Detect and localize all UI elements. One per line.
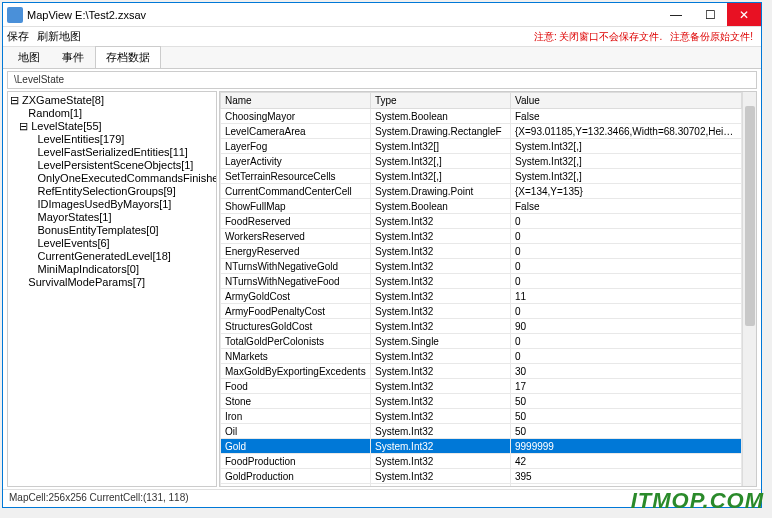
cell[interactable]: System.Int32: [371, 379, 511, 394]
cell[interactable]: System.Drawing.Point: [371, 184, 511, 199]
table-row[interactable]: WorkersReservedSystem.Int320: [221, 229, 742, 244]
tree-node[interactable]: LevelFastSerializedEntities[11]: [10, 146, 214, 159]
scrollbar-thumb[interactable]: [745, 106, 755, 326]
cell[interactable]: Oil: [221, 424, 371, 439]
cell[interactable]: System.Int32: [371, 364, 511, 379]
cell[interactable]: 90: [511, 319, 742, 334]
cell[interactable]: ArmyFoodPenaltyCost: [221, 304, 371, 319]
scrollbar-vertical[interactable]: [742, 92, 756, 486]
table-row[interactable]: SetTerrainResourceCellsSystem.Int32[,]Sy…: [221, 169, 742, 184]
table-row[interactable]: IronProductionSystem.Int320: [221, 484, 742, 487]
table-row[interactable]: NTurnsWithNegativeFoodSystem.Int320: [221, 274, 742, 289]
maximize-button[interactable]: ☐: [693, 3, 727, 26]
tree-node[interactable]: LevelEntities[179]: [10, 133, 214, 146]
grid-body[interactable]: Name Type Value ChoosingMayorSystem.Bool…: [220, 92, 742, 486]
cell[interactable]: Food: [221, 379, 371, 394]
table-row[interactable]: ArmyFoodPenaltyCostSystem.Int320: [221, 304, 742, 319]
cell[interactable]: LayerActivity: [221, 154, 371, 169]
cell[interactable]: {X=134,Y=135}: [511, 184, 742, 199]
cell[interactable]: ArmyGoldCost: [221, 289, 371, 304]
tree-node[interactable]: IDImagesUsedByMayors[1]: [10, 198, 214, 211]
cell[interactable]: 11: [511, 289, 742, 304]
cell[interactable]: System.Int32[,]: [511, 169, 742, 184]
cell[interactable]: System.Boolean: [371, 109, 511, 124]
close-button[interactable]: ✕: [727, 3, 761, 26]
table-row[interactable]: FoodReservedSystem.Int320: [221, 214, 742, 229]
cell[interactable]: LayerFog: [221, 139, 371, 154]
tree-node[interactable]: SurvivalModeParams[7]: [10, 276, 214, 289]
tree-node[interactable]: ⊟ LevelState[55]: [10, 120, 214, 133]
tree-node[interactable]: RefEntitySelectionGroups[9]: [10, 185, 214, 198]
cell[interactable]: System.Int32: [371, 394, 511, 409]
cell[interactable]: System.Single: [371, 334, 511, 349]
cell[interactable]: System.Int32[,]: [511, 139, 742, 154]
cell[interactable]: 50: [511, 424, 742, 439]
table-row[interactable]: GoldSystem.Int329999999: [221, 439, 742, 454]
cell[interactable]: StructuresGoldCost: [221, 319, 371, 334]
tree-node[interactable]: OnlyOneExecutedCommandsFinished[2]: [10, 172, 214, 185]
cell[interactable]: System.Drawing.RectangleF: [371, 124, 511, 139]
cell[interactable]: System.Int32: [371, 424, 511, 439]
cell[interactable]: 42: [511, 454, 742, 469]
cell[interactable]: IronProduction: [221, 484, 371, 487]
table-row[interactable]: EnergyReservedSystem.Int320: [221, 244, 742, 259]
table-row[interactable]: LayerActivitySystem.Int32[,]System.Int32…: [221, 154, 742, 169]
cell[interactable]: SetTerrainResourceCells: [221, 169, 371, 184]
cell[interactable]: System.Int32[,]: [371, 154, 511, 169]
cell[interactable]: GoldProduction: [221, 469, 371, 484]
tab-map[interactable]: 地图: [7, 46, 51, 68]
table-row[interactable]: StructuresGoldCostSystem.Int3290: [221, 319, 742, 334]
table-row[interactable]: StoneSystem.Int3250: [221, 394, 742, 409]
tree-node[interactable]: Random[1]: [10, 107, 214, 120]
cell[interactable]: 0: [511, 484, 742, 487]
cell[interactable]: 0: [511, 349, 742, 364]
cell[interactable]: System.Int32: [371, 274, 511, 289]
cell[interactable]: System.Int32: [371, 454, 511, 469]
table-row[interactable]: IronSystem.Int3250: [221, 409, 742, 424]
cell[interactable]: MaxGoldByExportingExcedents: [221, 364, 371, 379]
cell[interactable]: Iron: [221, 409, 371, 424]
cell[interactable]: NTurnsWithNegativeGold: [221, 259, 371, 274]
cell[interactable]: 0: [511, 229, 742, 244]
cell[interactable]: ShowFullMap: [221, 199, 371, 214]
tree-node[interactable]: BonusEntityTemplates[0]: [10, 224, 214, 237]
cell[interactable]: 50: [511, 394, 742, 409]
cell[interactable]: System.Int32[,]: [511, 154, 742, 169]
cell[interactable]: System.Int32[]: [371, 139, 511, 154]
table-row[interactable]: ShowFullMapSystem.BooleanFalse: [221, 199, 742, 214]
cell[interactable]: System.Boolean: [371, 199, 511, 214]
table-row[interactable]: CurrentCommandCenterCellSystem.Drawing.P…: [221, 184, 742, 199]
cell[interactable]: LevelCameraArea: [221, 124, 371, 139]
cell[interactable]: False: [511, 199, 742, 214]
cell[interactable]: System.Int32: [371, 229, 511, 244]
menu-save[interactable]: 保存: [7, 29, 29, 44]
tree-node[interactable]: LevelPersistentSceneObjects[1]: [10, 159, 214, 172]
table-row[interactable]: LayerFogSystem.Int32[]System.Int32[,]: [221, 139, 742, 154]
table-row[interactable]: TotalGoldPerColonistsSystem.Single0: [221, 334, 742, 349]
cell[interactable]: System.Int32: [371, 214, 511, 229]
cell[interactable]: NTurnsWithNegativeFood: [221, 274, 371, 289]
cell[interactable]: FoodProduction: [221, 454, 371, 469]
titlebar[interactable]: MapView E:\Test2.zxsav — ☐ ✕: [3, 3, 761, 27]
table-row[interactable]: NTurnsWithNegativeGoldSystem.Int320: [221, 259, 742, 274]
cell[interactable]: Gold: [221, 439, 371, 454]
cell[interactable]: 0: [511, 334, 742, 349]
tree-node[interactable]: CurrentGeneratedLevel[18]: [10, 250, 214, 263]
col-type[interactable]: Type: [371, 93, 511, 109]
cell[interactable]: System.Int32: [371, 244, 511, 259]
cell[interactable]: 9999999: [511, 439, 742, 454]
tree-view[interactable]: ⊟ ZXGameState[8] Random[1] ⊟ LevelState[…: [7, 91, 217, 487]
menu-refresh[interactable]: 刷新地图: [37, 29, 81, 44]
cell[interactable]: CurrentCommandCenterCell: [221, 184, 371, 199]
cell[interactable]: System.Int32: [371, 349, 511, 364]
cell[interactable]: 50: [511, 409, 742, 424]
cell[interactable]: NMarkets: [221, 349, 371, 364]
table-row[interactable]: FoodProductionSystem.Int3242: [221, 454, 742, 469]
cell[interactable]: ChoosingMayor: [221, 109, 371, 124]
table-row[interactable]: ChoosingMayorSystem.BooleanFalse: [221, 109, 742, 124]
cell[interactable]: System.Int32: [371, 304, 511, 319]
table-row[interactable]: GoldProductionSystem.Int32395: [221, 469, 742, 484]
cell[interactable]: 0: [511, 214, 742, 229]
cell[interactable]: System.Int32: [371, 259, 511, 274]
cell[interactable]: System.Int32: [371, 484, 511, 487]
